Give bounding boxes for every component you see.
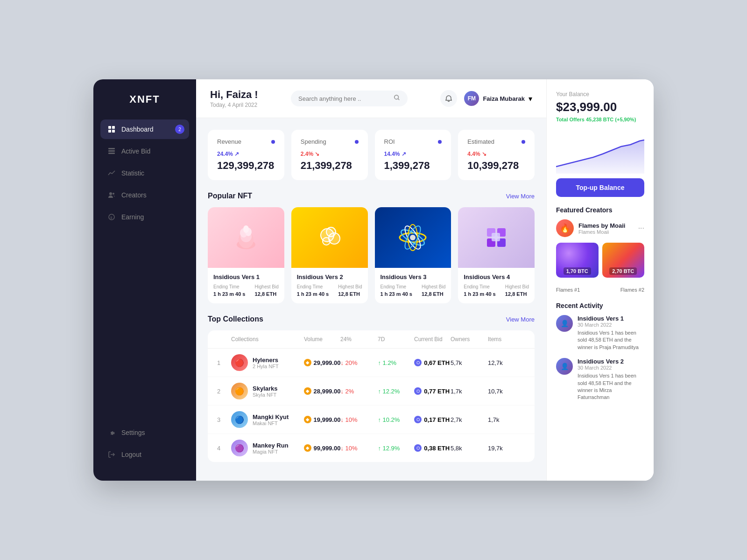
col-volume: Volume [304, 336, 340, 343]
coll-pct7d-3: ↑ 10.2% [378, 416, 414, 423]
nft-bid-3: Highest Bid 12,8 ETH [422, 284, 445, 298]
table-row: 2 🟠 Skylarks Skyla NFT ◆ 28,999.00 ↓ 2% … [208, 377, 535, 406]
coll-items-2: 10,7k [488, 388, 525, 395]
stat-change-estimated: 4.4% ↘ [467, 151, 525, 157]
stat-card-estimated: Estimated 4.4% ↘ 10,399,278 [458, 130, 535, 180]
activity-avatar-1: 👤 [556, 315, 573, 332]
chevron-down-icon: ▾ [529, 94, 532, 103]
sidebar-label-earning: Earning [121, 213, 144, 221]
balance-label: Your Balance [556, 91, 644, 98]
dashboard-badge: 2 [175, 125, 184, 134]
stat-change-roi: 14.4% ↗ [384, 151, 442, 157]
coll-items-1: 12,7k [488, 359, 525, 366]
activity-text-1: Insidious Vers 1 30 March 2022 Insidious… [578, 315, 644, 351]
creator-images: 1,70 BTC 2,70 BTC [556, 243, 644, 278]
popular-nft-header: Popular NFT View More [208, 192, 535, 200]
stat-dot-roi [438, 140, 442, 144]
sidebar-item-earning[interactable]: $ Earning [100, 207, 189, 227]
activity-avatar-2: 👤 [556, 358, 573, 375]
stat-change-spending: 2.4% ↘ [301, 151, 359, 157]
search-input[interactable] [298, 95, 390, 102]
grid-icon [107, 125, 116, 133]
nft-card-3[interactable]: Insidious Vers 3 Ending Time 1 h 23 m 40… [375, 207, 451, 303]
coll-name-1: Hyleners [253, 357, 279, 364]
nft-card-2[interactable]: Insidious Vers 2 Ending Time 1 h 23 m 40… [291, 207, 368, 303]
collections-view-more[interactable]: View More [506, 316, 535, 323]
search-bar[interactable] [291, 91, 408, 106]
creator-nft-2[interactable]: 2,70 BTC [602, 243, 645, 278]
nft-name-3: Insidious Vers 3 [381, 273, 446, 280]
creator-more-button[interactable]: ··· [638, 224, 644, 232]
nft-card-4[interactable]: Insidious Vers 4 Ending Time 1 h 23 m 40… [458, 207, 535, 303]
svg-rect-3 [112, 130, 115, 133]
creator-sub: Flames Moaii [578, 229, 625, 235]
sidebar-item-logout[interactable]: Logout [100, 445, 189, 464]
balance-offers: Total Offers 45,238 BTC (+5,90%) [556, 117, 644, 122]
svg-rect-2 [108, 130, 111, 133]
coll-avatar-4: 🟣 [231, 440, 248, 456]
coll-bid-3: ⬡ 0,17 ETH [414, 416, 451, 423]
stat-change-revenue: 24.4% ↗ [217, 151, 275, 157]
coin-icon: $ [107, 213, 116, 221]
greeting-date: Today, 4 April 2022 [210, 102, 258, 108]
table-row: 3 🔵 Mangki Kyut Makai NFT ◆ 19,999.00 ↓ … [208, 406, 535, 434]
stat-dot-estimated [521, 140, 525, 144]
coll-bid-1: ⬡ 0,67 ETH [414, 359, 451, 366]
stat-value-spending: 21,399,278 [301, 160, 359, 172]
stat-dot-revenue [271, 140, 275, 144]
activity-item-1: 👤 Insidious Vers 1 30 March 2022 Insidio… [556, 315, 644, 351]
nft-info-1: Insidious Vers 1 Ending Time 1 h 23 m 40… [208, 268, 284, 303]
nft-card-1[interactable]: Insidious Vers 1 Ending Time 1 h 23 m 40… [208, 207, 284, 303]
user-info[interactable]: FM Faiza Mubarak ▾ [464, 91, 532, 106]
coll-vol-1: ◆ 29,999.00 [304, 359, 341, 366]
creator-nft-1-price: 1,70 BTC [564, 267, 591, 275]
col-owners: Owners [451, 336, 488, 343]
coll-avatar-2: 🟠 [231, 383, 248, 399]
coll-owners-2: 1,7k [451, 388, 488, 395]
nft-image-1 [208, 207, 284, 268]
popular-nft-title: Popular NFT [208, 192, 252, 200]
popular-nft-view-more[interactable]: View More [506, 193, 535, 200]
nft-image-4 [458, 207, 535, 268]
table-header: Collections Volume 24% 7D Current Bid Ow… [208, 330, 535, 349]
row-num-2: 2 [217, 388, 231, 395]
table-icon [107, 147, 116, 155]
creator-header: 🔥 Flames by Moaii Flames Moaii ··· [556, 219, 644, 237]
stat-dot-spending [355, 140, 359, 144]
nft-ending-1: Ending Time 1 h 23 m 40 s [213, 284, 246, 298]
notification-button[interactable] [440, 90, 457, 107]
creator-nft-1[interactable]: 1,70 BTC [556, 243, 599, 278]
search-icon[interactable] [394, 94, 400, 103]
activity-desc-1: Insidious Vers 1 has been sold 48,58 ETH… [578, 329, 644, 351]
sidebar-item-active-bid[interactable]: Active Bid [100, 141, 189, 161]
creator-info: Flames by Moaii Flames Moaii [578, 222, 625, 235]
activity-title-2: Insidious Vers 2 [578, 358, 644, 365]
stat-label-revenue: Revenue [217, 138, 241, 145]
sidebar-item-statistic[interactable]: Statistic [100, 163, 189, 183]
creator-nft-2-price: 2,70 BTC [609, 267, 637, 275]
nft-ending-2: Ending Time 1 h 23 m 40 s [297, 284, 329, 298]
coll-sub-3: Makai NFT [253, 420, 289, 426]
stat-label-estimated: Estimated [467, 138, 494, 145]
coll-sub-2: Skyla NFT [253, 392, 278, 398]
header-greeting: Hi, Faiza ! Today, 4 April 2022 [210, 89, 258, 108]
header-right: FM Faiza Mubarak ▾ [440, 90, 532, 107]
nft-image-3 [375, 207, 451, 268]
activity-item-2: 👤 Insidious Vers 2 30 March 2022 Insidio… [556, 358, 644, 401]
coll-vol-2: ◆ 28,999.00 [304, 387, 341, 395]
table-row: 1 🔴 Hyleners 2 Hyla NFT ◆ 29,999.00 ↓ 20… [208, 349, 535, 377]
coll-owners-4: 5,8k [451, 445, 488, 452]
right-panel: Your Balance $23,999.00 Total Offers 45,… [546, 79, 654, 481]
svg-point-22 [326, 227, 336, 237]
app-logo: XNFT [93, 93, 196, 119]
sidebar-item-creators[interactable]: Creators [100, 185, 189, 205]
svg-rect-0 [108, 126, 111, 129]
collections-title: Top Collections [208, 315, 263, 323]
topup-button[interactable]: Top-up Balance [556, 178, 644, 197]
sidebar-item-settings[interactable]: Settings [100, 423, 189, 442]
sidebar-item-dashboard[interactable]: Dashboard 2 [100, 119, 189, 139]
greeting-title: Hi, Faiza ! [210, 89, 258, 101]
users-icon [107, 191, 116, 199]
coll-sub-4: Magia NFT [253, 449, 289, 455]
coll-bid-2: ⬡ 0,77 ETH [414, 387, 451, 395]
